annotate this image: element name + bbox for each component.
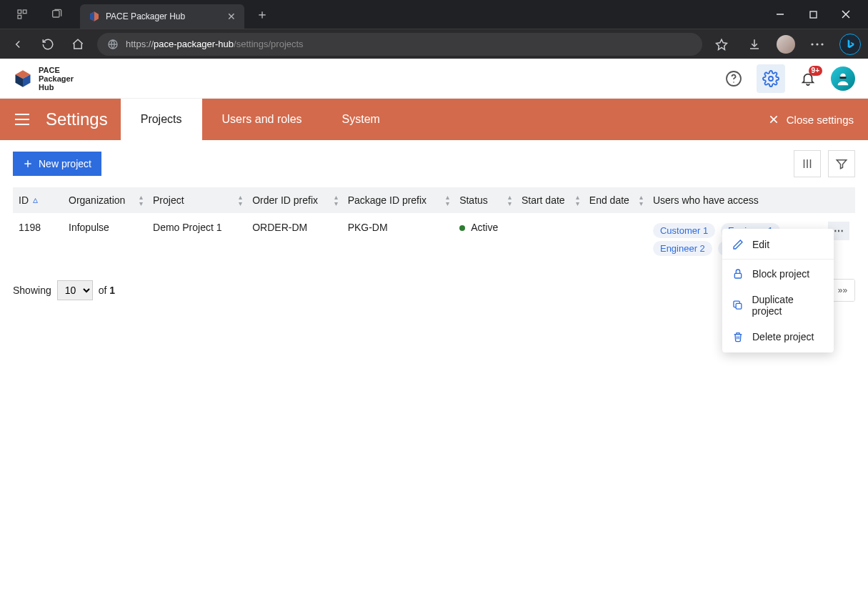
favorites-button[interactable] [711, 34, 732, 55]
status-dot-icon [459, 225, 465, 231]
logo-cube-icon [13, 69, 33, 89]
svg-point-11 [816, 43, 818, 45]
col-project[interactable]: Project▴▾ [147, 187, 246, 213]
svg-marker-9 [717, 39, 727, 49]
sort-icon: ▴▾ [508, 194, 512, 207]
cell-order-prefix: ORDER-DM [246, 213, 341, 266]
svg-rect-17 [839, 77, 846, 79]
minimize-button[interactable] [764, 0, 797, 29]
globe-icon [107, 39, 119, 50]
notification-badge: 9+ [809, 66, 822, 76]
ctx-edit[interactable]: Edit [722, 232, 834, 257]
col-users[interactable]: Users who have access [647, 187, 822, 213]
of-label: of [99, 285, 107, 296]
browser-menu-button[interactable] [807, 34, 828, 55]
cell-package-prefix: PKG-DM [342, 213, 454, 266]
tab-close-button[interactable]: ✕ [227, 11, 236, 22]
product-logo[interactable]: PACE Packager Hub [13, 66, 74, 92]
new-project-label: New project [39, 158, 91, 169]
col-organization[interactable]: Organization▴▾ [63, 187, 147, 213]
home-button[interactable] [67, 34, 89, 55]
workspace-icon[interactable] [11, 4, 33, 25]
cell-end-date [584, 213, 647, 266]
col-start-date[interactable]: Start date▴▾ [516, 187, 584, 213]
columns-button[interactable] [794, 150, 821, 177]
col-status[interactable]: Status▴▾ [454, 187, 516, 213]
svg-point-10 [811, 43, 813, 45]
cell-start-date [516, 213, 584, 266]
ctx-duplicate[interactable]: Duplicate project [722, 287, 834, 324]
svg-point-14 [733, 82, 734, 83]
svg-point-12 [821, 43, 823, 45]
sort-icon: ▴▾ [446, 194, 449, 207]
showing-label: Showing [13, 285, 51, 296]
menu-toggle-button[interactable] [10, 99, 34, 140]
new-tab-button[interactable]: ＋ [256, 6, 269, 23]
svg-rect-2 [18, 15, 21, 19]
notifications-button[interactable]: 9+ [794, 64, 822, 93]
svg-point-15 [769, 77, 773, 81]
svg-marker-28 [837, 160, 847, 169]
maximize-button[interactable] [797, 0, 829, 29]
address-bar[interactable]: https://https://pace-packager-hubpace-pa… [97, 33, 702, 56]
col-order-prefix[interactable]: Order ID prefix▴▾ [246, 187, 341, 213]
user-chip[interactable]: Engineer 2 [653, 241, 712, 256]
tab-users-roles[interactable]: Users and roles [202, 99, 322, 140]
filter-button[interactable] [828, 150, 855, 177]
ctx-delete[interactable]: Delete project [722, 324, 834, 350]
cell-id: 1198 [13, 213, 63, 266]
svg-rect-3 [53, 11, 59, 17]
favicon-icon [89, 11, 100, 22]
tab-projects[interactable]: Projects [121, 99, 202, 140]
downloads-button[interactable] [744, 34, 765, 55]
sort-icon: ▴▾ [576, 194, 579, 207]
cell-status: Active [454, 213, 516, 266]
sort-icon: ▴▾ [334, 194, 338, 207]
url-text: https://https://pace-packager-hubpace-pa… [126, 39, 304, 49]
help-button[interactable] [719, 64, 748, 93]
cell-project: Demo Project 1 [147, 213, 246, 266]
tab-system[interactable]: System [322, 99, 400, 140]
tabs-icon[interactable] [46, 4, 67, 25]
col-package-prefix[interactable]: Package ID prefix▴▾ [342, 187, 454, 213]
close-window-button[interactable] [829, 0, 862, 29]
close-settings-label: Close settings [787, 114, 854, 126]
bing-button[interactable] [839, 34, 861, 55]
ctx-block[interactable]: Block project [722, 261, 834, 287]
sort-icon: ▴▾ [139, 194, 143, 207]
svg-rect-30 [736, 303, 742, 309]
svg-rect-0 [18, 10, 21, 14]
back-button[interactable] [7, 34, 29, 55]
page-size-select[interactable]: 10 [57, 280, 93, 300]
page-title: Settings [41, 99, 121, 140]
total-count: 1 [109, 285, 115, 296]
col-id[interactable]: ID▵ [13, 187, 63, 213]
svg-rect-29 [734, 273, 741, 278]
svg-rect-1 [23, 10, 26, 14]
settings-gear-button[interactable] [757, 64, 785, 93]
row-context-menu: Edit Block project Duplicate project Del… [722, 229, 834, 352]
sort-icon: ▴▾ [239, 194, 242, 207]
svg-rect-5 [810, 11, 817, 18]
tab-title: PACE Packager Hub [106, 11, 221, 21]
user-avatar[interactable] [831, 66, 855, 91]
refresh-button[interactable] [37, 34, 59, 55]
sort-asc-icon: ▵ [33, 194, 38, 205]
close-settings-button[interactable]: Close settings [768, 99, 854, 140]
col-end-date[interactable]: End date▴▾ [584, 187, 647, 213]
user-chip[interactable]: Customer 1 [653, 223, 715, 238]
browser-tab[interactable]: PACE Packager Hub ✕ [80, 4, 244, 29]
sort-icon: ▴▾ [639, 194, 643, 207]
profile-avatar[interactable] [777, 35, 795, 54]
cell-organization: Infopulse [63, 213, 147, 266]
product-name: PACE Packager Hub [39, 66, 74, 92]
page-last[interactable]: »» [830, 280, 854, 301]
new-project-button[interactable]: New project [13, 152, 101, 176]
